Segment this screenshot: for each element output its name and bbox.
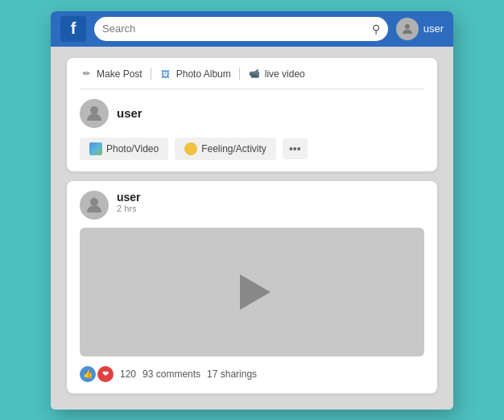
reaction-icons: 👍 ❤ [80,366,114,382]
pencil-icon: ✏ [80,68,93,80]
video-post-time: 2 hrs [117,204,141,213]
video-stats: 👍 ❤ 120 93 comments 17 sharings [80,366,424,382]
post-actions-bar: ✏ Make Post 🖼 Photo Album 📹 live video [80,68,424,89]
search-icon: ⚲ [372,23,380,35]
nav-user-label: user [423,23,444,35]
video-user-name: user [117,191,141,204]
feeling-activity-button[interactable]: Feeling/Activity [175,138,276,160]
post-user-name: user [117,106,143,120]
feeling-label: Feeling/Activity [201,143,266,154]
make-post-action[interactable]: ✏ Make Post [80,68,151,80]
more-options-label: ••• [289,142,301,155]
video-player[interactable] [80,228,424,356]
svg-point-1 [90,106,98,114]
live-video-label: live video [265,68,305,80]
make-post-label: Make Post [97,68,143,80]
more-options-button[interactable]: ••• [283,138,308,159]
svg-point-0 [405,24,410,29]
video-post-avatar [80,191,109,220]
video-post-card: user 2 hrs 👍 ❤ 120 93 comments 17 sharin… [67,181,437,393]
navbar: f ⚲ user [51,11,453,47]
love-icon: ❤ [97,366,114,382]
photo-video-button[interactable]: Photo/Video [80,138,168,160]
photo-album-label: Photo Album [176,68,231,80]
create-post-card: ✏ Make Post 🖼 Photo Album 📹 live video [67,58,437,171]
search-input[interactable] [102,23,367,35]
comments-stat: 93 comments [143,369,200,380]
like-icon: 👍 [80,366,96,382]
photo-album-action[interactable]: 🖼 Photo Album [151,68,239,80]
live-video-action[interactable]: 📹 live video [240,68,313,80]
post-user-row: user [80,99,424,128]
photo-video-label: Photo/Video [106,143,159,154]
live-video-icon: 📹 [248,68,261,80]
post-user-avatar [80,99,109,128]
sharings-stat: 17 sharings [207,369,257,380]
facebook-logo[interactable]: f [60,16,86,42]
nav-user[interactable]: user [396,18,444,40]
photo-album-icon: 🖼 [159,68,172,80]
search-bar[interactable]: ⚲ [94,17,388,41]
svg-point-2 [90,198,98,206]
reaction-count: 120 [120,369,136,380]
video-user-info: user 2 hrs [117,191,141,213]
photo-video-icon [89,142,102,155]
nav-avatar [396,18,419,40]
content-area: ✏ Make Post 🖼 Photo Album 📹 live video [51,47,453,410]
browser-window: f ⚲ user ✏ Make Post 🖼 Photo [51,11,453,410]
video-post-user-row: user 2 hrs [80,191,424,220]
post-buttons-row: Photo/Video Feeling/Activity ••• [80,138,424,160]
play-button-icon[interactable] [240,274,271,310]
feeling-icon [184,142,197,155]
